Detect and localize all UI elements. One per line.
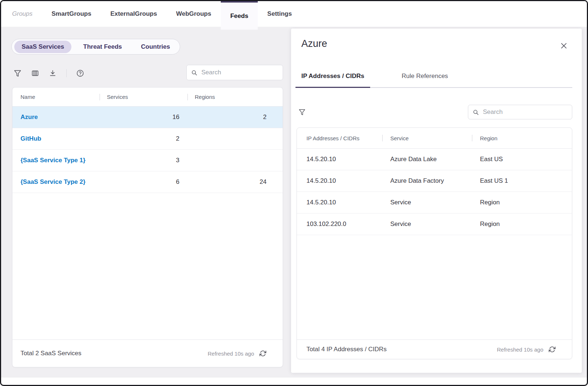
segment-label: Countries [141, 43, 170, 50]
column-header-service: Service [382, 135, 472, 141]
row-regions-cell: 2 [187, 114, 267, 121]
row-name-cell: {SaaS Service Type 2} [21, 178, 100, 186]
table-header: Name Services Regions [12, 88, 283, 107]
row-services-cell: 2 [100, 135, 187, 142]
row-region-cell: Region [472, 220, 556, 228]
top-nav-tab-feeds[interactable]: Feeds [221, 1, 258, 30]
row-services-cell: 16 [100, 114, 187, 121]
feed-type-segment-saas-services[interactable]: SaaS Services [14, 41, 71, 53]
drawer-search [468, 105, 572, 119]
top-nav-tab-label: SmartGroups [52, 10, 92, 18]
top-nav-tab-label: WebGroups [176, 10, 211, 18]
saas-service-link[interactable]: Azure [21, 114, 38, 120]
feeds-search [186, 65, 283, 80]
download-icon[interactable] [49, 69, 57, 77]
top-nav-tab-label: ExternalGroups [110, 10, 157, 18]
refreshed-label: Refreshed 10s ago [497, 346, 543, 353]
search-input[interactable] [482, 108, 567, 116]
filter-icon[interactable] [14, 69, 22, 77]
table-header: IP Addresses / CIDRs Service Region [297, 128, 572, 149]
top-nav-tab-groups[interactable]: Groups [3, 1, 42, 27]
feeds-toolbar [14, 69, 84, 77]
segment-label: Threat Feeds [83, 43, 122, 50]
row-service-cell: Azure Data Lake [382, 156, 472, 163]
drawer-title: Azure [301, 38, 327, 49]
drawer-tabs: IP Addresses / CIDRs Rule References [295, 65, 572, 88]
refresh-icon[interactable] [548, 346, 556, 353]
top-nav-tab-externalgroups[interactable]: ExternalGroups [101, 1, 167, 27]
drawer-tab-ip-addresses-cidrs[interactable]: IP Addresses / CIDRs [295, 65, 370, 87]
detail-drawer: Azure IP Addresses / CIDRs Rule Referenc… [291, 29, 582, 373]
table-empty-space [12, 193, 283, 339]
row-service-cell: Service [382, 220, 472, 228]
saas-service-link[interactable]: GitHub [21, 135, 41, 142]
close-icon[interactable] [560, 42, 568, 50]
row-region-cell: East US 1 [472, 177, 556, 185]
column-header-region: Region [472, 135, 556, 141]
table-row[interactable]: GitHub 2 [12, 128, 283, 150]
refresh-icon[interactable] [259, 350, 267, 357]
table-footer: Total 2 SaaS Services Refreshed 10s ago [12, 339, 283, 367]
drawer-tab-rule-references[interactable]: Rule References [396, 65, 454, 87]
content-area: SaaS Services Threat Feeds Countries [1, 27, 587, 378]
row-name-cell: GitHub [21, 135, 100, 142]
filter-icon[interactable] [298, 108, 306, 116]
drawer-tab-label: IP Addresses / CIDRs [301, 73, 364, 80]
row-services-cell: 6 [100, 178, 187, 186]
table-row[interactable]: 14.5.20.10 Azure Data Factory East US 1 [297, 170, 572, 192]
top-nav: Groups SmartGroups ExternalGroups WebGro… [1, 1, 587, 27]
top-nav-tab-label: Feeds [230, 12, 248, 20]
columns-icon[interactable] [31, 69, 39, 77]
feed-type-segment-countries[interactable]: Countries [134, 41, 177, 53]
total-count-label: Total 2 SaaS Services [21, 350, 81, 357]
saas-service-link[interactable]: {SaaS Service Type 2} [21, 178, 85, 185]
drawer-tab-label: Rule References [402, 73, 448, 80]
row-regions-cell: 24 [187, 178, 267, 186]
column-header-ip-addresses-cidrs: IP Addresses / CIDRs [306, 135, 382, 141]
toolbar-divider [66, 69, 67, 77]
top-nav-tab-label: Groups [12, 10, 33, 18]
row-ip-cell: 14.5.20.10 [306, 199, 382, 206]
column-header-services: Services [100, 94, 187, 100]
row-ip-cell: 14.5.20.10 [306, 177, 382, 185]
column-header-regions: Regions [187, 94, 267, 100]
table-empty-space [297, 235, 572, 339]
search-icon [473, 109, 479, 115]
top-nav-tab-settings[interactable]: Settings [258, 1, 301, 27]
table-row[interactable]: {SaaS Service Type 2} 6 24 [12, 171, 283, 193]
saas-service-link[interactable]: {SaaS Service Type 1} [21, 157, 85, 164]
table-row[interactable]: 14.5.20.10 Azure Data Lake East US [297, 149, 572, 170]
row-services-cell: 3 [100, 157, 187, 164]
search-icon [191, 70, 197, 76]
row-service-cell: Service [382, 199, 472, 206]
ip-addresses-table: IP Addresses / CIDRs Service Region 14.5… [297, 127, 572, 359]
saas-services-table: Name Services Regions Azure 16 2 GitHub … [12, 87, 283, 367]
table-row[interactable]: 14.5.20.10 Service Region [297, 192, 572, 214]
app-window: Groups SmartGroups ExternalGroups WebGro… [0, 0, 588, 386]
segment-label: SaaS Services [22, 43, 64, 50]
top-nav-tab-label: Settings [267, 10, 292, 18]
table-row[interactable]: Azure 16 2 [12, 107, 283, 128]
search-input[interactable] [201, 68, 278, 77]
row-ip-cell: 14.5.20.10 [306, 156, 382, 163]
refreshed-label: Refreshed 10s ago [208, 350, 254, 357]
total-count-label: Total 4 IP Addresses / CIDRs [306, 346, 387, 353]
help-icon[interactable] [76, 69, 84, 77]
row-service-cell: Azure Data Factory [382, 177, 472, 185]
top-nav-tab-smartgroups[interactable]: SmartGroups [42, 1, 101, 27]
top-nav-tab-webgroups[interactable]: WebGroups [167, 1, 221, 27]
table-footer: Total 4 IP Addresses / CIDRs Refreshed 1… [297, 339, 572, 359]
table-row[interactable]: 103.102.220.0 Service Region [297, 214, 572, 235]
feed-type-segment-control: SaaS Services Threat Feeds Countries [11, 39, 180, 55]
row-ip-cell: 103.102.220.0 [306, 220, 382, 228]
row-region-cell: East US [472, 156, 556, 163]
row-name-cell: Azure [21, 114, 100, 121]
table-row[interactable]: {SaaS Service Type 1} 3 [12, 150, 283, 171]
column-header-name: Name [21, 94, 100, 100]
feed-type-segment-threat-feeds[interactable]: Threat Feeds [76, 41, 129, 53]
row-name-cell: {SaaS Service Type 1} [21, 157, 100, 164]
row-region-cell: Region [472, 199, 556, 206]
